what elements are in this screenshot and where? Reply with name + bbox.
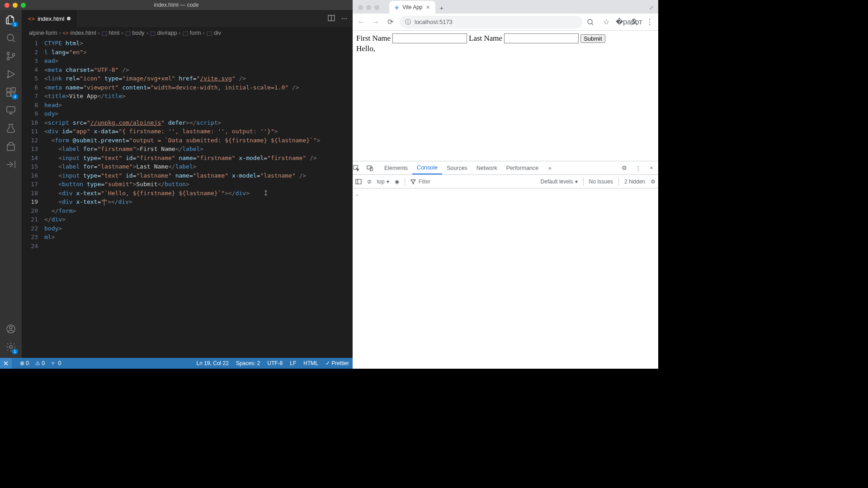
breadcrumb[interactable]: alpine-form › <>index.html › ⬚ html › ⬚ … <box>22 27 353 39</box>
more-actions-icon[interactable]: ··· <box>341 14 347 23</box>
vscode-window: index.html — code 1 4 <box>0 0 353 369</box>
last-name-label: Last Name <box>469 34 502 43</box>
live-share-icon[interactable] <box>5 158 17 171</box>
html-file-icon: <> <box>28 15 35 22</box>
first-name-input[interactable] <box>392 33 467 43</box>
run-debug-icon[interactable] <box>5 68 17 80</box>
back-icon[interactable]: ← <box>356 18 366 26</box>
url-bar[interactable]: ⓘ localhost:5173 <box>400 16 582 28</box>
split-editor-icon[interactable] <box>328 14 335 23</box>
first-name-label: First Name <box>356 34 391 43</box>
source-control-icon[interactable] <box>5 50 17 62</box>
svg-point-12 <box>9 346 12 348</box>
bookmark-star-icon[interactable]: ☆ <box>601 18 611 26</box>
svg-point-11 <box>9 326 12 329</box>
forward-icon[interactable]: → <box>371 18 381 26</box>
last-name-input[interactable] <box>504 33 579 43</box>
page-content: First Name Last Name Submit Hello, <box>353 31 658 161</box>
status-indentation[interactable]: Spaces: 2 <box>236 360 260 366</box>
svg-point-0 <box>7 34 14 41</box>
browser-window: ◆ Vite App × + ⤢ ← → ⟳ ⓘ localhost:5173 … <box>353 0 658 369</box>
settings-gear-icon[interactable]: 1 <box>5 341 17 353</box>
editor-tab-bar: <> index.html ··· <box>22 10 353 27</box>
console-output[interactable]: › <box>353 188 658 369</box>
devtools-tab-network[interactable]: Network <box>472 161 502 174</box>
database-icon[interactable] <box>5 140 17 153</box>
search-icon[interactable] <box>5 32 17 44</box>
testing-icon[interactable] <box>5 122 17 135</box>
code-editor[interactable]: 123456789101112131415161718192021222324 … <box>22 39 353 358</box>
status-warnings[interactable]: ⚠ 0 <box>35 360 45 366</box>
extensions-icon[interactable]: 4 <box>5 86 17 99</box>
device-toolbar-icon[interactable] <box>366 164 380 172</box>
expand-window-icon[interactable]: ⤢ <box>649 5 658 14</box>
svg-point-2 <box>7 58 9 60</box>
more-tabs-icon[interactable]: » <box>543 165 557 171</box>
devtools-close-icon[interactable]: × <box>645 165 658 171</box>
filter-icon <box>410 179 416 184</box>
log-levels-selector[interactable]: Default levels ▾ <box>541 178 578 185</box>
svg-rect-8 <box>12 88 15 91</box>
browser-titlebar: ◆ Vite App × + ⤢ <box>353 0 658 14</box>
devtools-tab-console[interactable]: Console <box>412 161 442 174</box>
devtools-tab-sources[interactable]: Sources <box>442 161 472 174</box>
hidden-count[interactable]: 2 hidden <box>624 178 645 185</box>
devtools-menu-icon[interactable]: ⋮ <box>631 164 645 171</box>
close-tab-icon[interactable]: × <box>426 4 429 11</box>
browser-toolbar: ← → ⟳ ⓘ localhost:5173 ☆ �работ ⋮ <box>353 14 658 31</box>
status-bar: ⊗ 0 ⚠ 0 ᯤ 0 Ln 19, Col 22 Spaces: 2 UTF-… <box>0 358 353 369</box>
maximize-window-icon[interactable] <box>374 5 379 10</box>
zoom-icon[interactable] <box>587 19 597 26</box>
settings-badge: 1 <box>12 349 18 354</box>
svg-rect-19 <box>356 179 361 184</box>
devtools-tab-performance[interactable]: Performance <box>502 161 543 174</box>
remote-indicator-icon[interactable] <box>0 358 12 369</box>
site-info-icon[interactable]: ⓘ <box>405 18 411 26</box>
status-ports[interactable]: ᯤ 0 <box>51 360 61 366</box>
live-expression-icon[interactable]: ◉ <box>395 178 399 185</box>
minimize-window-icon[interactable] <box>366 5 371 10</box>
chevron-down-icon: ▾ <box>387 178 389 185</box>
devtools-panel: Elements Console Sources Network Perform… <box>353 161 658 369</box>
remote-explorer-icon[interactable] <box>5 104 17 117</box>
editor-tab[interactable]: <> index.html <box>22 10 77 27</box>
status-eol[interactable]: LF <box>290 360 296 366</box>
modified-indicator-icon <box>67 17 71 20</box>
browser-tab[interactable]: ◆ Vite App × <box>389 1 435 14</box>
close-window-icon[interactable] <box>358 5 363 10</box>
status-encoding[interactable]: UTF-8 <box>267 360 283 366</box>
activity-bar: 1 4 <box>0 10 22 358</box>
status-language[interactable]: HTML <box>303 360 318 366</box>
extensions-puzzle-icon[interactable]: �работ <box>616 18 626 26</box>
console-filter-input[interactable] <box>419 178 446 185</box>
menu-icon[interactable]: ⋮ <box>645 18 655 26</box>
explorer-icon[interactable]: 1 <box>5 14 17 26</box>
status-prettier[interactable]: ✓ Prettier <box>326 360 349 366</box>
devtools-settings-icon[interactable]: ⚙ <box>618 164 631 171</box>
svg-rect-9 <box>7 107 15 112</box>
profile-avatar-icon[interactable] <box>630 18 640 26</box>
output-text: Hello, <box>356 44 655 53</box>
console-toolbar: ⊘ top ▾ ◉ Default levels ▾ No Issues 2 h… <box>353 175 658 188</box>
accounts-icon[interactable] <box>5 323 17 335</box>
devtools-tab-bar: Elements Console Sources Network Perform… <box>353 161 658 175</box>
status-errors[interactable]: ⊗ 0 <box>20 360 29 366</box>
submit-button[interactable]: Submit <box>580 34 605 43</box>
console-sidebar-icon[interactable] <box>355 178 362 185</box>
new-tab-icon[interactable]: + <box>435 3 448 14</box>
devtools-tab-elements[interactable]: Elements <box>380 161 412 174</box>
clear-console-icon[interactable]: ⊘ <box>367 178 372 185</box>
extensions-badge: 4 <box>12 94 18 99</box>
svg-point-4 <box>7 77 8 78</box>
svg-point-14 <box>588 19 592 24</box>
status-cursor-position[interactable]: Ln 19, Col 22 <box>197 360 229 366</box>
issues-indicator[interactable]: No Issues <box>589 178 613 185</box>
context-selector[interactable]: top ▾ <box>377 178 389 185</box>
console-prompt-icon: › <box>356 192 358 197</box>
console-settings-icon[interactable]: ⚙ <box>651 178 656 185</box>
reload-icon[interactable]: ⟳ <box>385 18 395 26</box>
inspect-element-icon[interactable] <box>353 164 366 172</box>
chevron-down-icon: ▾ <box>575 178 578 185</box>
svg-point-3 <box>13 54 15 56</box>
svg-point-15 <box>633 19 636 22</box>
